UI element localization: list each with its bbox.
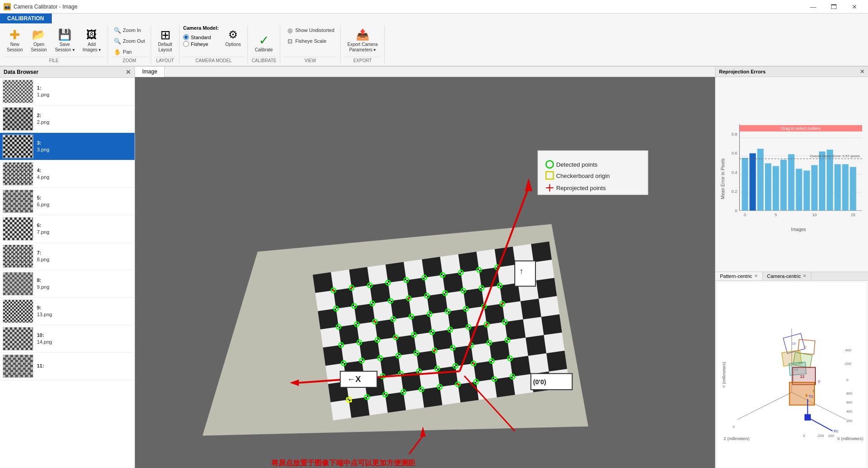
item-label-9: 9:13.png: [37, 304, 52, 318]
sidebar-item-6[interactable]: 6:7.png: [0, 215, 135, 243]
bar-13[interactable]: [834, 164, 841, 211]
calibrate-button[interactable]: ✓ Calibrate: [252, 31, 276, 55]
sidebar-item-8[interactable]: 8:9.png: [0, 270, 135, 298]
open-session-button[interactable]: 📂 OpenSession: [28, 25, 50, 55]
sidebar-item-2[interactable]: 2:2.png: [0, 105, 135, 133]
camera-3d-svg: X (millimeters) Y (millimeters) Z (milli…: [719, 284, 864, 468]
new-session-button[interactable]: ✚ NewSession: [4, 25, 26, 55]
restore-button[interactable]: 🗖: [824, 0, 844, 14]
export-camera-icon: 📤: [355, 27, 370, 42]
calibrate-label: Calibrate: [255, 47, 273, 53]
fisheye-scale-icon: ⊡: [286, 37, 293, 45]
bar-2[interactable]: [750, 153, 756, 210]
default-layout-button[interactable]: ⊞ DefaultLayout: [155, 25, 175, 55]
minimize-button[interactable]: —: [803, 0, 823, 14]
fisheye-scale-button[interactable]: ⊡ Fisheye Scale: [284, 36, 328, 46]
title-bar: 📷 Camera Calibrator - Image — 🗖 ✕: [0, 0, 868, 14]
zoom-out-button[interactable]: 🔍 Zoom Out: [112, 36, 147, 46]
svg-line-222: [808, 417, 833, 431]
svg-rect-31: [396, 335, 416, 355]
standard-radio-label[interactable]: Standard: [183, 34, 219, 40]
sidebar-item-5[interactable]: 5:6.png: [0, 188, 135, 215]
bar-1[interactable]: [742, 158, 748, 210]
zoom-group-label: ZOOM: [112, 57, 147, 64]
pan-label: Pan: [123, 49, 132, 55]
bar-6[interactable]: [780, 159, 787, 210]
svg-text:(0'0): (0'0): [533, 378, 546, 386]
thumb-3: [3, 135, 33, 158]
save-session-button[interactable]: 💾 SaveSession ▾: [52, 25, 77, 55]
bar-11[interactable]: [819, 151, 825, 210]
svg-text:0: 0: [744, 213, 746, 217]
reprojection-close[interactable]: ✕: [860, 68, 864, 75]
svg-rect-50: [385, 392, 406, 413]
fisheye-radio-label[interactable]: Fisheye: [183, 41, 219, 47]
pattern-tab-close[interactable]: ✕: [754, 273, 758, 278]
bar-5[interactable]: [773, 166, 779, 211]
sidebar-item-3[interactable]: 3:3.png: [0, 133, 135, 160]
calibrate-icon: ✓: [256, 33, 271, 47]
svg-rect-41: [526, 335, 546, 356]
ribbon-content: ✚ NewSession 📂 OpenSession 💾 SaveSession…: [0, 23, 868, 66]
bar-7[interactable]: [788, 154, 794, 210]
svg-rect-33: [468, 324, 489, 345]
ribbon-view-items: ◎ Show Undistorted ⊡ Fisheye Scale: [284, 25, 337, 57]
sidebar-item-4[interactable]: 4:4.png: [0, 160, 135, 188]
sidebar-item-1[interactable]: 1:1.png: [0, 78, 135, 105]
item-label-5: 5:6.png: [37, 195, 49, 209]
svg-text:0.8: 0.8: [732, 132, 738, 136]
bar-chart-svg: Mean Error in Pixels Images 0 0.2 0.4 0.…: [719, 81, 864, 268]
sidebar-title: Data Browser: [4, 69, 38, 75]
options-button[interactable]: ⚙ Options: [222, 25, 244, 50]
add-images-button[interactable]: 🖼 AddImages ▾: [80, 25, 104, 55]
bar-15[interactable]: [850, 167, 856, 211]
sidebar-item-10[interactable]: 10:14.png: [0, 325, 135, 353]
bar-4[interactable]: [765, 164, 771, 211]
file-group-label: FILE: [4, 57, 104, 64]
image-tab[interactable]: Image: [135, 67, 165, 77]
svg-rect-51: [422, 387, 442, 408]
bar-10[interactable]: [811, 165, 818, 211]
sidebar-scroll[interactable]: 1:1.png 2:2.png 3:3.png 4:4.png 5:6.png …: [0, 78, 135, 468]
sidebar: Data Browser ✕ 1:1.png 2:2.png 3:3.png 4…: [0, 67, 135, 468]
standard-radio[interactable]: [183, 34, 189, 40]
fisheye-radio[interactable]: [183, 41, 189, 47]
reprojection-title: Reprojection Errors: [719, 69, 765, 74]
ribbon-group-file: ✚ NewSession 📂 OpenSession 💾 SaveSession…: [0, 25, 108, 64]
zoom-in-button[interactable]: 🔍 Zoom In: [112, 25, 143, 35]
svg-rect-47: [510, 356, 531, 377]
svg-text:Xc: Xc: [833, 428, 838, 433]
svg-text:Mean Error in Pixels: Mean Error in Pixels: [720, 158, 725, 199]
sidebar-close-icon[interactable]: ✕: [126, 68, 131, 76]
pattern-centric-tab[interactable]: Pattern-centric ✕: [715, 272, 763, 280]
pan-button[interactable]: ✋ Pan: [112, 47, 134, 57]
svg-text:-200: -200: [844, 362, 852, 366]
svg-text:12: 12: [800, 374, 805, 378]
calibration-tab[interactable]: CALIBRATION: [0, 14, 52, 23]
content-area: Image: [135, 67, 715, 468]
camera-centric-tab[interactable]: Camera-centric ✕: [763, 272, 811, 280]
default-layout-label: DefaultLayout: [158, 42, 172, 53]
svg-text:10: 10: [812, 213, 817, 217]
svg-text:16: 16: [792, 341, 796, 345]
bar-9[interactable]: [804, 171, 810, 211]
sidebar-item-11[interactable]: 11:: [0, 353, 135, 380]
open-session-icon: 📂: [31, 27, 46, 42]
camera-tab-close[interactable]: ✕: [803, 273, 806, 278]
svg-rect-22: [536, 278, 557, 299]
reprojection-header: Reprojection Errors ✕: [715, 67, 868, 77]
bar-3[interactable]: [757, 149, 764, 210]
standard-label: Standard: [191, 35, 211, 40]
item-label-10: 10:14.png: [37, 332, 52, 346]
close-button[interactable]: ✕: [845, 0, 864, 14]
pan-icon: ✋: [114, 48, 121, 55]
sidebar-item-9[interactable]: 9:13.png: [0, 298, 135, 325]
svg-text:-400: -400: [844, 348, 852, 352]
bar-8[interactable]: [796, 169, 802, 211]
svg-line-130: [375, 320, 375, 323]
show-undistorted-button[interactable]: ◎ Show Undistorted: [284, 25, 337, 35]
bar-14[interactable]: [842, 164, 849, 211]
export-camera-button[interactable]: 📤 Export CameraParameters ▾: [344, 25, 381, 55]
show-undistorted-label: Show Undistorted: [295, 27, 334, 33]
sidebar-item-7[interactable]: 7:8.png: [0, 243, 135, 270]
